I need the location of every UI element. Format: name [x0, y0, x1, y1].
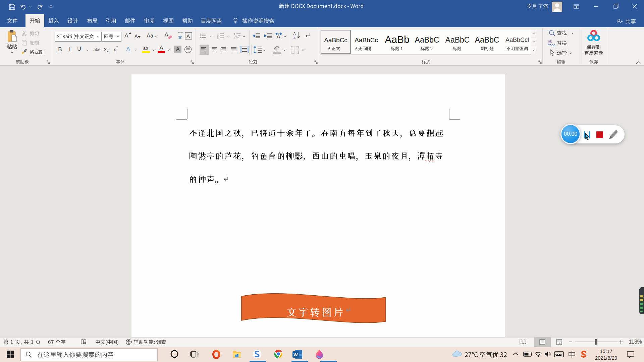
svg-text:3: 3	[217, 37, 219, 39]
svg-text:a: a	[235, 35, 237, 37]
svg-text:i: i	[234, 37, 234, 39]
svg-text:W: W	[293, 352, 298, 357]
